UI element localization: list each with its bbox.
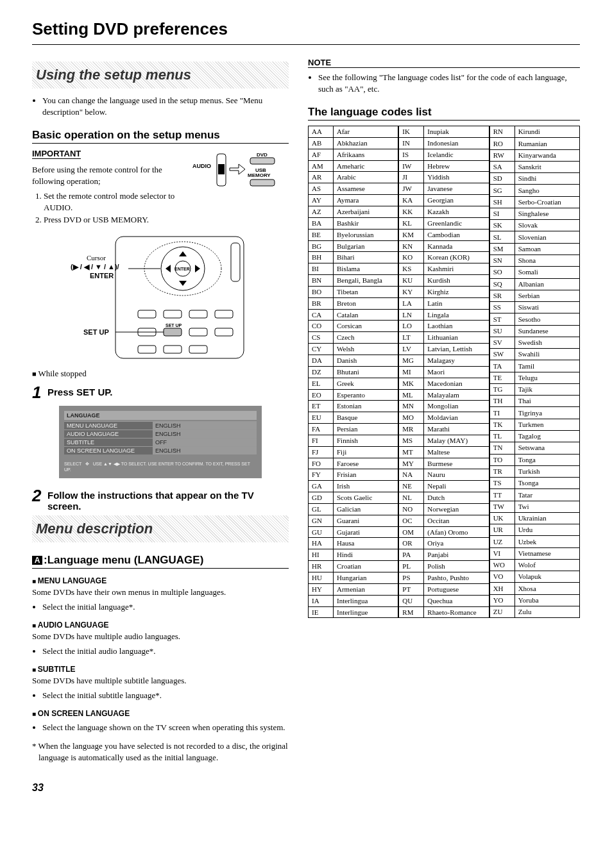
table-row: SGSangho xyxy=(489,185,579,196)
table-row: LTLithuanian xyxy=(399,332,489,344)
table-row: XHXhosa xyxy=(489,583,579,594)
table-row: PSPashto, Pushto xyxy=(399,572,489,584)
osd-row: SUBTITLEOFF xyxy=(64,438,257,446)
heading-menu-description: Menu description xyxy=(32,515,289,542)
menu-language-bullet: Select the initial language*. xyxy=(42,601,289,613)
table-row: FOFaroese xyxy=(309,458,398,469)
table-row: BGBulgarian xyxy=(309,240,398,252)
table-row: KAGeorgian xyxy=(399,195,489,206)
table-row: RMRhaeto-Romance xyxy=(399,606,489,618)
table-row: UKUkrainian xyxy=(489,512,579,524)
table-row: FIFinnish xyxy=(309,435,398,446)
table-row: MOMoldavian xyxy=(399,412,489,424)
table-row: ZUZulu xyxy=(489,606,579,617)
table-row: MGMalagasy xyxy=(399,355,489,366)
mode-switch-diagram: AUDIO DVD USB MEMORY xyxy=(192,149,289,194)
table-row: TOTonga xyxy=(489,454,579,465)
table-row: UZUzbek xyxy=(489,536,579,547)
table-row: MSMalay (MAY) xyxy=(399,435,489,446)
table-row: BHBihari xyxy=(309,252,398,263)
table-row: JIYiddish xyxy=(399,172,489,183)
language-menu-icon: A xyxy=(32,556,42,565)
important-label: IMPORTANT xyxy=(32,149,81,159)
table-row: TGTajik xyxy=(489,383,579,395)
right-column: NOTE See the following "The language cod… xyxy=(308,58,580,763)
table-row: GNGuarani xyxy=(309,515,398,526)
table-row: MLMalayalam xyxy=(399,389,489,401)
table-row: KMCambodian xyxy=(399,229,489,240)
svg-rect-5 xyxy=(231,243,240,281)
table-row: AYAymara xyxy=(309,195,398,206)
table-row: MIMaori xyxy=(399,366,489,378)
svg-text:(▶ / ◀ / ▼ / ▲)/: (▶ / ◀ / ▼ / ▲)/ xyxy=(71,263,119,271)
svg-text:Cursor: Cursor xyxy=(87,254,106,262)
table-row: GAIrish xyxy=(309,481,398,492)
note-label: NOTE xyxy=(308,58,580,68)
svg-rect-17 xyxy=(215,310,233,318)
svg-text:ENTER: ENTER xyxy=(90,272,114,280)
table-row: PTPortuguese xyxy=(399,583,489,595)
table-row: BIBislama xyxy=(309,263,398,275)
down-arrow-icon xyxy=(179,281,187,286)
arrow-right-icon xyxy=(230,164,245,174)
osd-screenshot: LANGUAGE MENU LANGUAGEENGLISHAUDIO LANGU… xyxy=(59,406,262,478)
audio-language-heading: AUDIO LANGUAGE xyxy=(32,621,289,630)
up-arrow-icon xyxy=(179,251,187,256)
table-row: HAHausa xyxy=(309,538,398,549)
table-row: TNSetswana xyxy=(489,442,579,454)
table-row: OM(Afan) Oromo xyxy=(399,526,489,538)
table-row: COCorsican xyxy=(309,321,398,332)
table-row: RWKinyarwanda xyxy=(489,149,579,161)
important-step-1: Set the remote control mode selector to … xyxy=(44,190,289,213)
table-row: KLGreenlandic xyxy=(399,217,489,229)
svg-rect-25 xyxy=(189,346,207,353)
table-row: SHSerbo-Croatian xyxy=(489,196,579,208)
table-row: URUrdu xyxy=(489,524,579,536)
right-arrow-icon xyxy=(195,265,200,272)
table-row: KNKannada xyxy=(399,240,489,252)
svg-rect-16 xyxy=(189,310,207,318)
table-row: ELGreek xyxy=(309,378,398,389)
table-row: ASAssamese xyxy=(309,183,398,195)
while-stopped-label: While stopped xyxy=(32,368,289,380)
table-row: IWHebrew xyxy=(399,160,489,172)
table-row: SDSindhi xyxy=(489,173,579,185)
table-row: SRSerbian xyxy=(489,290,579,301)
table-row: KOKorean (KOR) xyxy=(399,252,489,263)
table-row: SMSamoan xyxy=(489,243,579,255)
table-row: TATamil xyxy=(489,360,579,372)
table-row: SVSwedish xyxy=(489,337,579,348)
svg-rect-23 xyxy=(138,346,156,353)
table-row: KSKashmiri xyxy=(399,263,489,275)
table-row: VOVolapuk xyxy=(489,571,579,583)
step-2-text: Follow the instructions that appear on t… xyxy=(47,487,289,512)
table-row: LOLaothian xyxy=(399,321,489,332)
switch-usb-label2: MEMORY xyxy=(248,172,271,178)
table-row: NLDutch xyxy=(399,492,489,504)
heading-language-codes: The language codes list xyxy=(308,106,580,121)
table-row: YOYoruba xyxy=(489,594,579,606)
subtitle-text: Some DVDs have multiple subtitle languag… xyxy=(32,675,289,687)
table-row: MRMarathi xyxy=(399,424,489,435)
table-row: MTMaltese xyxy=(399,446,489,458)
table-row: ISIcelandic xyxy=(399,149,489,160)
step-2-number: 2 xyxy=(32,487,47,504)
table-row: HUHungarian xyxy=(309,572,398,584)
svg-rect-3 xyxy=(250,179,275,186)
table-row: IAInterlingua xyxy=(309,595,398,606)
heading-using-setup: Using the setup menus xyxy=(32,62,289,88)
language-footnote: * When the language you have selected is… xyxy=(32,740,289,763)
audio-language-text: Some DVDs have multiple audio languages. xyxy=(32,631,289,642)
table-row: BABashkir xyxy=(309,217,398,229)
table-row: AFAfrikaans xyxy=(309,149,398,160)
table-row: QUQuechua xyxy=(399,595,489,606)
table-row: TWTwi xyxy=(489,501,579,512)
table-row: CYWelsh xyxy=(309,344,398,355)
svg-rect-21 xyxy=(189,328,207,336)
osd-footer-hint: USE ▲▼ ◀▶ TO SELECT. USE ENTER TO CONFIR… xyxy=(64,462,250,472)
intro-bullet: You can change the language used in the … xyxy=(42,95,289,117)
svg-rect-14 xyxy=(138,310,156,318)
table-row: EUBasque xyxy=(309,412,398,424)
menu-language-text: Some DVDs have their own menus in multip… xyxy=(32,587,289,598)
table-row: VIVietnamese xyxy=(489,547,579,559)
